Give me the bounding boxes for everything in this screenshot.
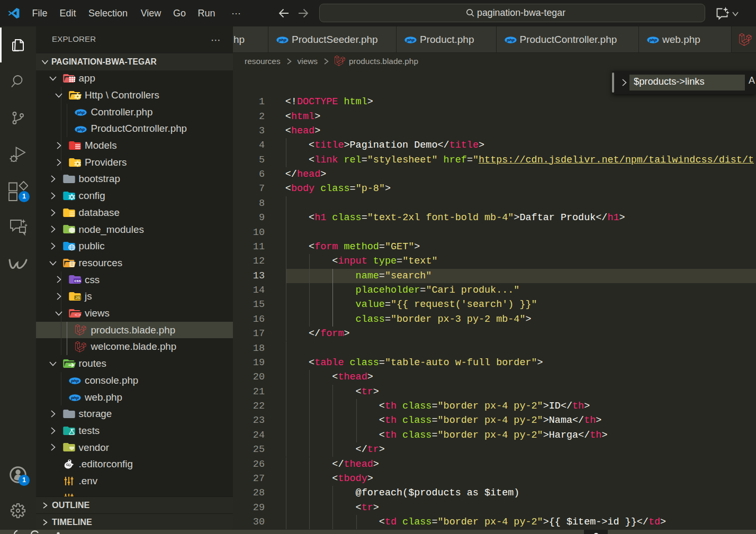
svg-text:php: php xyxy=(76,110,85,115)
svg-text:php: php xyxy=(649,38,657,42)
svg-text:css: css xyxy=(74,279,81,283)
svg-text:php: php xyxy=(278,38,286,42)
svg-text:php: php xyxy=(76,127,85,132)
svg-text:php: php xyxy=(70,395,79,400)
svg-text:JS: JS xyxy=(75,295,80,300)
svg-text:php: php xyxy=(406,38,415,42)
svg-text:php: php xyxy=(70,378,79,383)
svg-text:<>: <> xyxy=(75,312,82,318)
svg-text:php: php xyxy=(506,38,515,42)
